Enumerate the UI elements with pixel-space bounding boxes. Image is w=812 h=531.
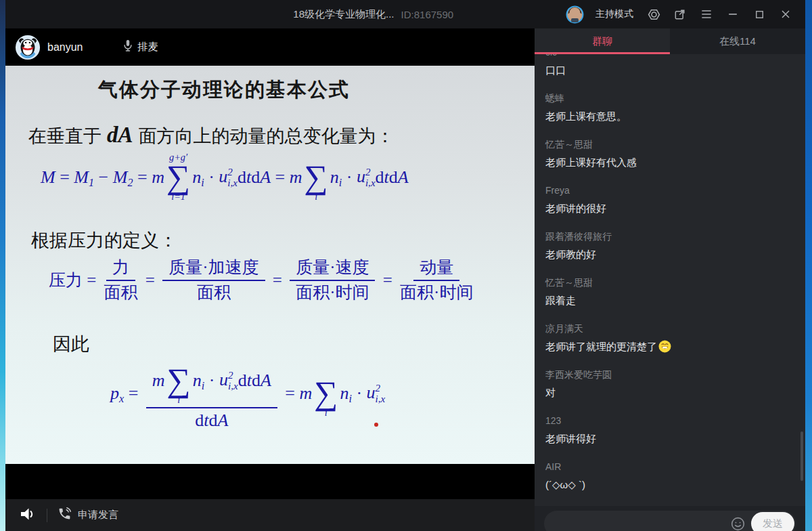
- video-letterbox: [5, 464, 535, 499]
- message-text: 口口: [545, 63, 794, 77]
- divider: [47, 509, 47, 522]
- chat-input-row: 发送: [535, 506, 805, 531]
- chat-message: clc口口: [545, 54, 794, 77]
- message-text: 老师教的好: [545, 247, 794, 261]
- message-username: 李西米爱吃芋圆: [545, 368, 794, 381]
- chat-message: 忆苦～思甜老师上课好有代入感: [545, 137, 794, 169]
- statement-suffix: 面方向上的动量的总变化量为：: [139, 124, 394, 148]
- laser-pointer-dot: [374, 423, 378, 427]
- formula-px: px = m ∑ini · u2i,xdtdAdtdA = m ∑ini · u…: [110, 356, 385, 431]
- formula-pressure-definition: 压力 = 力面积 = 质量·加速度面积 = 质量·速度面积·时间 = 动量面积·…: [49, 258, 476, 303]
- formula-momentum: M = M1 − M2 = mg+g′∑i=1ni · u2i,xdtdA = …: [41, 152, 409, 202]
- chat-panel: 群聊 在线114 clc口口蟋蟀老师上课有意思。忆苦～思甜老师上课好有代入感Fr…: [535, 28, 805, 531]
- mic-queue-button[interactable]: 排麦: [122, 39, 158, 56]
- title-bar: 18级化学专业物理化... ID:8167590 主持模式: [5, 0, 805, 28]
- chat-tabs: 群聊 在线114: [535, 28, 805, 54]
- chat-input[interactable]: [554, 517, 730, 530]
- message-username: 忆苦～思甜: [545, 276, 794, 289]
- send-button[interactable]: 发送: [751, 512, 794, 531]
- presenter-bar: banyun 排麦: [5, 28, 535, 66]
- slide-heading-therefore: 因此: [53, 332, 89, 356]
- chat-message: 李西米爱吃芋圆对: [545, 368, 794, 400]
- statement-dA: dA: [107, 123, 133, 148]
- chat-scrollbar[interactable]: [800, 431, 803, 481]
- mic-queue-label: 排麦: [138, 41, 158, 54]
- slide-title: 气体分子动理论的基本公式: [98, 77, 350, 104]
- presenter-avatar[interactable]: [15, 35, 41, 60]
- message-text: (´◇ω◇ `): [545, 477, 794, 492]
- chat-message: 忆苦～思甜跟着走: [545, 276, 794, 307]
- main-area: banyun 排麦 气体分子动理论的基本公式: [5, 28, 805, 531]
- title-group: 18级化学专业物理化... ID:8167590: [293, 8, 453, 21]
- screen: 18级化学专业物理化... ID:8167590 主持模式: [0, 0, 812, 531]
- desktop-wallpaper-left: [0, 0, 5, 531]
- menu-icon[interactable]: [699, 7, 714, 22]
- chat-message: Freya老师讲的很好: [545, 184, 794, 215]
- maximize-icon[interactable]: [752, 7, 767, 22]
- message-text: 对: [545, 385, 794, 400]
- chat-message: 蟋蟀老师上课有意思。: [545, 91, 794, 123]
- message-username: AIR: [545, 460, 794, 473]
- speaker-icon[interactable]: [19, 506, 37, 525]
- close-icon[interactable]: [778, 7, 793, 22]
- request-speak-label: 申请发言: [78, 509, 118, 522]
- tab-group-chat[interactable]: 群聊: [535, 28, 670, 54]
- chat-message: 凉月满天老师讲了就理的更清楚了: [545, 322, 794, 354]
- host-avatar[interactable]: [566, 5, 584, 24]
- emoji-icon[interactable]: [730, 516, 746, 531]
- minimize-icon[interactable]: [725, 7, 740, 22]
- host-mode-label: 主持模式: [595, 8, 633, 20]
- bottom-control-bar: 申请发言: [5, 499, 535, 531]
- title-bar-controls: 主持模式: [566, 5, 805, 24]
- video-stage: banyun 排麦 气体分子动理论的基本公式: [5, 28, 535, 531]
- chat-messages[interactable]: clc口口蟋蟀老师上课有意思。忆苦～思甜老师上课好有代入感Freya老师讲的很好…: [535, 54, 805, 506]
- message-username: 凉月满天: [545, 322, 794, 335]
- request-speak-button[interactable]: 申请发言: [58, 507, 118, 524]
- presenter-name: banyun: [47, 41, 83, 54]
- chat-message: AIR(´◇ω◇ `): [545, 460, 794, 492]
- slide-heading-pressure: 根据压力的定义：: [31, 228, 177, 253]
- chat-message: 123老师讲得好: [545, 414, 794, 446]
- desktop-wallpaper-right: [805, 0, 812, 531]
- message-text: 老师讲得好: [545, 431, 794, 446]
- message-username: 忆苦～思甜: [545, 137, 794, 151]
- phone-icon: [58, 507, 72, 524]
- message-username: 123: [545, 414, 794, 427]
- message-text: 老师讲了就理的更清楚了: [545, 339, 794, 354]
- tab-online-count[interactable]: 在线114: [670, 28, 805, 54]
- app-window: 18级化学专业物理化... ID:8167590 主持模式: [5, 0, 805, 531]
- chat-message: 跟着潘彼得旅行老师教的好: [545, 230, 794, 261]
- popout-icon[interactable]: [673, 7, 687, 22]
- message-username: 蟋蟀: [545, 91, 794, 105]
- message-username: 跟着潘彼得旅行: [545, 230, 794, 243]
- mic-icon: [122, 39, 133, 56]
- message-text: 老师上课好有代入感: [545, 155, 794, 169]
- message-username: clc: [545, 54, 794, 59]
- chat-input-box: 发送: [544, 511, 796, 531]
- statement-prefix: 在垂直于: [28, 124, 102, 148]
- message-text: 老师讲的很好: [545, 201, 794, 215]
- room-id: ID:8167590: [401, 9, 454, 20]
- message-username: Freya: [545, 184, 794, 197]
- message-text: 老师上课有意思。: [545, 109, 794, 123]
- message-text: 跟着走: [545, 293, 794, 307]
- settings-icon[interactable]: [646, 7, 661, 22]
- slide-statement: 在垂直于 dA 面方向上的动量的总变化量为：: [28, 123, 394, 148]
- window-title: 18级化学专业物理化...: [293, 8, 394, 21]
- slide: 气体分子动理论的基本公式 在垂直于 dA 面方向上的动量的总变化量为： M = …: [5, 66, 535, 464]
